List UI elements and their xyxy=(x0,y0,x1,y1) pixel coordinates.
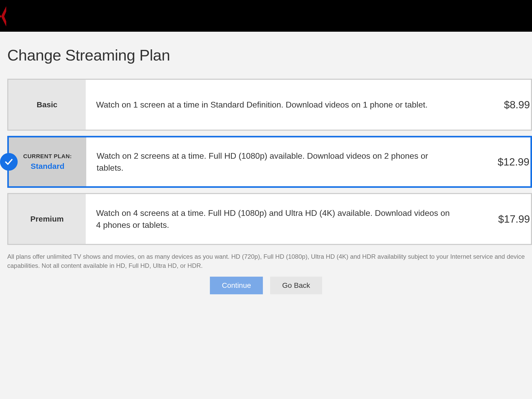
plan-name: Standard xyxy=(31,162,64,171)
svg-marker-1 xyxy=(1,6,6,26)
current-plan-label: CURRENT PLAN: xyxy=(23,153,72,160)
plan-description: Watch on 1 screen at a time in Standard … xyxy=(96,99,428,111)
header-bar xyxy=(0,0,532,32)
plan-name-cell: CURRENT PLAN: Standard xyxy=(9,137,86,186)
go-back-button[interactable]: Go Back xyxy=(270,277,322,294)
plan-name: Premium xyxy=(30,215,64,223)
svg-marker-0 xyxy=(0,6,1,26)
plan-name: Basic xyxy=(37,100,57,109)
disclaimer-text: All plans offer unlimited TV shows and m… xyxy=(7,252,532,270)
plan-desc-cell: Watch on 1 screen at a time in Standard … xyxy=(86,80,487,130)
main-content: Change Streaming Plan Basic Watch on 1 s… xyxy=(0,32,532,294)
plan-list: Basic Watch on 1 screen at a time in Sta… xyxy=(7,79,532,245)
page-title: Change Streaming Plan xyxy=(7,46,532,64)
button-row: Continue Go Back xyxy=(7,277,532,294)
continue-button[interactable]: Continue xyxy=(210,277,263,294)
plan-price: $8.99 xyxy=(487,80,531,130)
plan-name-cell: Premium xyxy=(8,194,86,244)
plan-description: Watch on 2 screens at a time. Full HD (1… xyxy=(97,150,453,174)
plan-row-standard[interactable]: CURRENT PLAN: Standard Watch on 2 screen… xyxy=(7,136,532,188)
plan-row-basic[interactable]: Basic Watch on 1 screen at a time in Sta… xyxy=(7,79,532,131)
plan-description: Watch on 4 screens at a time. Full HD (1… xyxy=(96,207,452,231)
plan-desc-cell: Watch on 2 screens at a time. Full HD (1… xyxy=(86,137,486,186)
plan-name-cell: Basic xyxy=(8,80,86,130)
plan-price: $12.99 xyxy=(486,137,530,186)
check-icon xyxy=(0,153,18,171)
plan-price: $17.99 xyxy=(487,194,531,244)
plan-row-premium[interactable]: Premium Watch on 4 screens at a time. Fu… xyxy=(7,193,532,245)
plan-desc-cell: Watch on 4 screens at a time. Full HD (1… xyxy=(86,194,487,244)
brand-logo-fragment xyxy=(0,6,6,26)
